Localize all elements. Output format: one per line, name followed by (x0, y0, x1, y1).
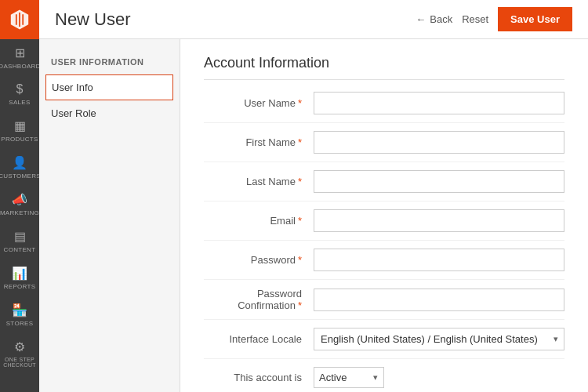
required-marker: * (298, 97, 302, 109)
nav-item-user-role[interactable]: User Role (39, 100, 180, 126)
last-name-row: Last Name* (204, 162, 564, 201)
page-title: New User (55, 9, 131, 30)
password-input[interactable] (314, 249, 564, 271)
sidebar-item-label: PRODUCTS (1, 136, 38, 143)
sidebar-item-label: SALES (9, 99, 30, 106)
sidebar-item-label: DASHBOARD (0, 63, 41, 70)
back-button[interactable]: ← Back (416, 13, 452, 25)
required-marker: * (298, 254, 302, 266)
email-row: Email* (204, 201, 564, 241)
account-status-select[interactable]: Active Inactive (314, 367, 384, 388)
sidebar-item-label: CONTENT (4, 246, 36, 253)
form-panel: Account Information User Name* First Nam… (180, 39, 588, 392)
password-confirm-label: Password Confirmation* (204, 288, 314, 311)
required-marker: * (298, 299, 302, 311)
first-name-row: First Name* (204, 123, 564, 162)
password-confirm-input[interactable] (314, 289, 564, 311)
stores-icon: 🏪 (12, 303, 27, 318)
products-icon: ▦ (14, 118, 26, 133)
page-header: New User ← Back Reset Save User (39, 0, 588, 39)
required-marker: * (298, 215, 302, 227)
sidebar-item-onestep[interactable]: ⚙ ONE STEP CHECKOUT (0, 333, 39, 374)
sidebar: ⊞ DASHBOARD $ SALES ▦ PRODUCTS 👤 CUSTOME… (0, 0, 39, 392)
back-label: Back (430, 13, 452, 25)
sidebar-item-stores[interactable]: 🏪 STORES (0, 296, 39, 333)
locale-label: Interface Locale (204, 333, 314, 345)
email-input[interactable] (314, 209, 564, 232)
dashboard-icon: ⊞ (15, 45, 25, 60)
save-user-button[interactable]: Save User (498, 7, 572, 31)
header-actions: ← Back Reset Save User (416, 7, 572, 31)
user-name-input[interactable] (314, 92, 564, 114)
password-confirm-row: Password Confirmation* (204, 280, 564, 320)
sales-icon: $ (16, 82, 24, 96)
customers-icon: 👤 (12, 155, 27, 170)
onestep-icon: ⚙ (14, 339, 25, 354)
reset-button[interactable]: Reset (462, 13, 488, 25)
reports-icon: 📊 (12, 266, 27, 281)
sidebar-item-label: REPORTS (4, 283, 36, 290)
sidebar-item-label: STORES (6, 320, 34, 327)
nav-item-user-info[interactable]: User Info (45, 74, 173, 100)
first-name-label: First Name* (204, 136, 314, 148)
sidebar-item-customers[interactable]: 👤 CUSTOMERS (0, 149, 39, 186)
email-label: Email* (204, 215, 314, 227)
sidebar-item-products[interactable]: ▦ PRODUCTS (0, 112, 39, 149)
locale-select[interactable]: English (United States) / English (Unite… (314, 328, 564, 350)
account-status-label: This account is (204, 372, 314, 383)
user-name-row: User Name* (204, 84, 564, 123)
sidebar-item-content[interactable]: ▤ CONTENT (0, 223, 39, 260)
account-status-row: This account is Active Inactive ▾ (204, 359, 564, 392)
sidebar-item-dashboard[interactable]: ⊞ DASHBOARD (0, 39, 39, 76)
required-marker: * (298, 136, 302, 148)
magento-logo-icon (9, 9, 31, 31)
sidebar-item-sales[interactable]: $ SALES (0, 76, 39, 112)
locale-select-wrapper: English (United States) / English (Unite… (314, 328, 564, 350)
sidebar-item-reports[interactable]: 📊 REPORTS (0, 260, 39, 296)
left-panel-title: USER INFORMATION (39, 51, 180, 74)
locale-row: Interface Locale English (United States)… (204, 320, 564, 359)
sidebar-item-label: CUSTOMERS (0, 172, 41, 180)
account-status-wrapper: Active Inactive ▾ (314, 367, 378, 388)
main-area: New User ← Back Reset Save User USER INF… (39, 0, 588, 392)
required-marker: * (298, 176, 302, 187)
sidebar-item-label: ONE STEP CHECKOUT (0, 357, 39, 368)
last-name-input[interactable] (314, 170, 564, 193)
back-arrow-icon: ← (416, 13, 426, 25)
sidebar-logo[interactable] (0, 0, 39, 39)
content-icon: ▤ (14, 229, 26, 244)
user-name-label: User Name* (204, 97, 314, 109)
password-label: Password* (204, 254, 314, 266)
password-row: Password* (204, 241, 564, 280)
sidebar-item-label: MARKETING (0, 209, 39, 216)
sidebar-item-marketing[interactable]: 📣 MARKETING (0, 186, 39, 223)
last-name-label: Last Name* (204, 176, 314, 187)
left-nav-panel: USER INFORMATION User Info User Role (39, 39, 180, 392)
marketing-icon: 📣 (12, 192, 27, 207)
content-area: USER INFORMATION User Info User Role Acc… (39, 39, 588, 392)
section-title: Account Information (204, 55, 564, 80)
first-name-input[interactable] (314, 131, 564, 154)
